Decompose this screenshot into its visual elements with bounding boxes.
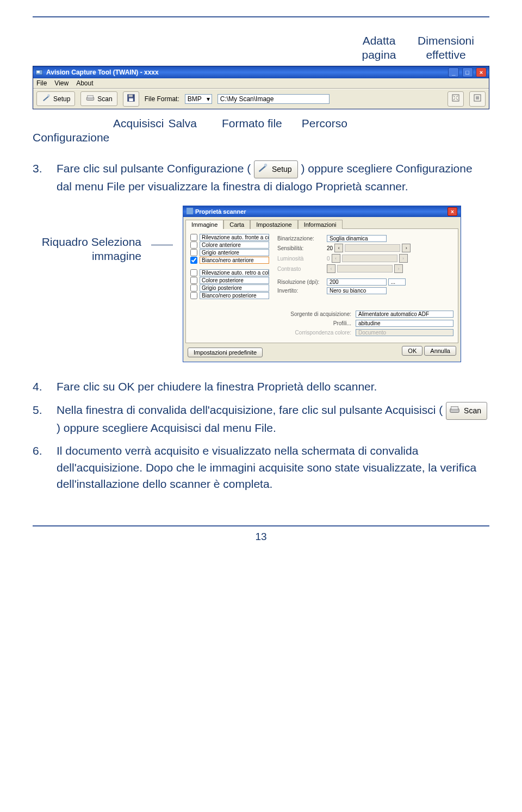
svg-rect-1 [37, 71, 40, 73]
tab-carta[interactable]: Carta [223, 220, 250, 229]
dialog-close-button[interactable]: × [448, 207, 457, 216]
image-option[interactable]: Bianco/nero anteriore [190, 257, 272, 264]
sorgente-label: Sorgente di acquisizione: [281, 311, 351, 317]
maximize-button[interactable]: □ [462, 67, 473, 77]
dialog-icon [187, 208, 193, 215]
list-item-6: 6. Il documento verrà acquisito e visual… [33, 443, 489, 492]
image-option-checkbox[interactable] [190, 249, 197, 256]
save-button[interactable] [123, 91, 139, 107]
image-option-label: Colore anteriore [200, 241, 269, 249]
profili-select[interactable]: abitudine [356, 320, 453, 327]
image-option[interactable]: Colore posteriore [190, 277, 272, 284]
image-option[interactable]: Rilevazione auto. retro a colo [190, 269, 272, 276]
scanner-icon [85, 93, 95, 104]
ok-button[interactable]: OK [402, 346, 422, 356]
risoluzione-more[interactable]: ... [388, 278, 406, 286]
annulla-button[interactable]: Annulla [424, 346, 456, 356]
window-titlebar: Avision Capture Tool (TWAIN) - xxxx _ □ … [33, 66, 489, 78]
scan-button[interactable]: Scan [80, 91, 117, 106]
slider-right: › [399, 254, 408, 263]
inline-scan-label: Scan [464, 405, 481, 416]
label-dimensioni: Dimensioni effettive [413, 34, 478, 63]
minimize-button[interactable]: _ [448, 67, 459, 77]
floppy-icon [126, 93, 136, 104]
invertito-label: Invertito: [277, 288, 324, 294]
close-button[interactable]: × [476, 67, 487, 77]
image-option[interactable]: Rilevazione auto. fronte a col [190, 234, 272, 241]
image-settings: Binarizzazione:Soglia dinamica Sensibili… [277, 233, 453, 300]
risoluzione-label: Risoluzione (dpi): [277, 279, 324, 285]
slider-right: › [394, 264, 403, 273]
tab-informazioni[interactable]: Informazioni [298, 220, 343, 229]
path-input[interactable]: C:\My Scan\Image [217, 94, 330, 104]
image-option[interactable]: Bianco/nero posteriore [190, 292, 272, 299]
image-option-checkbox[interactable] [190, 241, 197, 249]
slider-left: ‹ [332, 254, 340, 263]
svg-rect-4 [88, 96, 94, 98]
risoluzione-select[interactable]: 200 [327, 278, 387, 286]
bottom-rule [33, 525, 489, 526]
slider-track [342, 255, 397, 262]
actual-size-button[interactable] [469, 91, 486, 107]
tab-body: Rilevazione auto. fronte a colColore ant… [185, 228, 458, 343]
binarizzazione-select[interactable]: Soglia dinamica [327, 235, 387, 242]
default-button[interactable]: Impostazioni predefinite [188, 348, 263, 357]
gear-icon [257, 162, 269, 177]
corr-select: Documento [356, 329, 453, 336]
capture-tool-window: Avision Capture Tool (TWAIN) - xxxx _ □ … [33, 66, 489, 109]
tab-immagine[interactable]: Immagine [185, 220, 223, 229]
annot-formato: Formato file [222, 117, 282, 130]
file-format-label: File Format: [145, 95, 179, 103]
menu-about[interactable]: About [76, 79, 93, 87]
image-option-label: Bianco/nero anteriore [200, 257, 269, 264]
dialog-title: Proprietà scanner [195, 208, 246, 215]
slider-right[interactable]: › [402, 244, 411, 252]
image-option-checkbox[interactable] [190, 277, 197, 284]
num-4: 4. [33, 379, 48, 395]
slider-track[interactable] [345, 244, 400, 252]
menu-file[interactable]: File [36, 79, 47, 87]
para5-a: Nella finestra di convalida dell'acquisi… [57, 404, 443, 416]
window-title: Avision Capture Tool (TWAIN) - xxxx [46, 69, 159, 76]
image-option-checkbox[interactable] [190, 284, 197, 292]
dialog-tabs: Immagine Carta Impostazione Informazioni [183, 217, 461, 228]
svg-rect-6 [128, 95, 133, 97]
label-adatta: Adatta pagina [355, 34, 403, 63]
fit-page-button[interactable] [448, 91, 464, 107]
svg-point-2 [47, 94, 50, 97]
tab-impostazione[interactable]: Impostazione [250, 220, 297, 229]
svg-rect-14 [451, 406, 458, 410]
sorgente-select[interactable]: Alimentatore automatico ADF [356, 311, 453, 318]
image-option-checkbox[interactable] [190, 269, 197, 276]
luminosita-value: 0 [327, 256, 330, 262]
image-option-checkbox[interactable] [190, 234, 197, 241]
image-option-checkbox[interactable] [190, 257, 197, 264]
setup-label: Setup [53, 95, 70, 103]
inline-setup-label: Setup [272, 164, 292, 175]
scan-label: Scan [97, 95, 112, 103]
menu-view[interactable]: View [54, 79, 69, 87]
chevron-down-icon: ▾ [207, 95, 210, 103]
dialog-buttons: Impostazioni predefinite OK Annulla [183, 346, 461, 362]
gear-icon [41, 93, 51, 104]
format-select[interactable]: BMP ▾ [185, 94, 212, 104]
luminosita-label: Luminosità [277, 256, 324, 262]
app-icon [35, 69, 43, 76]
image-option[interactable]: Grigio posteriore [190, 284, 272, 292]
image-option-checkbox[interactable] [190, 292, 197, 299]
inline-scan-button[interactable]: Scan [446, 402, 487, 420]
inline-setup-button[interactable]: Setup [254, 160, 298, 178]
setup-button[interactable]: Setup [36, 91, 75, 106]
image-option[interactable]: Colore anteriore [190, 241, 272, 249]
invertito-select[interactable]: Nero su bianco [327, 287, 387, 294]
contrasto-label: Contrasto [277, 266, 324, 272]
svg-rect-8 [452, 95, 459, 101]
corr-label: Corrispondenza colore: [281, 330, 351, 336]
callout-riquadro: Riquadro Seleziona immagine [33, 206, 141, 264]
slider-left[interactable]: ‹ [334, 244, 343, 252]
image-option[interactable]: Grigio anteriore [190, 249, 272, 256]
actual-size-icon [473, 94, 482, 104]
image-selection-box: Rilevazione auto. fronte a colColore ant… [190, 233, 272, 300]
annot-salva: Salva [168, 117, 197, 130]
annot-acquisisci: Acquisisci [113, 117, 164, 130]
